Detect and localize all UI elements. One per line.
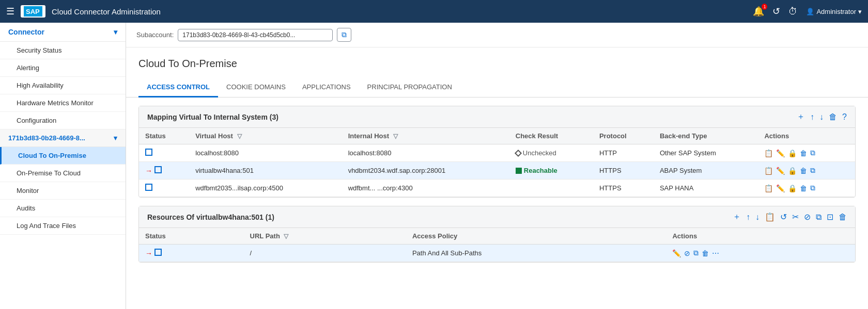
res-row1-edit-icon[interactable]: ✏️: [672, 249, 681, 257]
url-path-filter-icon[interactable]: ▽: [284, 233, 288, 240]
delete-mapping-icon[interactable]: 🗑: [829, 112, 837, 122]
row2-view-icon[interactable]: 📋: [764, 167, 773, 175]
tab-access-control[interactable]: ACCESS CONTROL: [138, 78, 218, 97]
row3-check-result: [509, 180, 593, 197]
sidebar-item-alerting[interactable]: Alerting: [0, 59, 126, 77]
resources-table-header-row: Status URL Path ▽ Access Policy Actions: [139, 228, 855, 245]
row1-delete-icon[interactable]: 🗑: [800, 149, 807, 157]
subaccount-input[interactable]: [178, 29, 333, 41]
row3-more-icon[interactable]: ⧉: [810, 184, 815, 192]
mapping-section-header: Mapping Virtual To Internal System (3) ＋…: [139, 106, 855, 128]
row2-internal-host: vhdbmt2034.wdf.sap.corp:28001: [342, 162, 509, 180]
upload-mapping-icon[interactable]: ↑: [810, 112, 814, 122]
res-row1-checkbox[interactable]: [154, 249, 162, 256]
sidebar-item-hardware-metrics[interactable]: Hardware Metrics Monitor: [0, 94, 126, 112]
virtual-host-filter-icon[interactable]: ▽: [237, 133, 242, 140]
row2-delete-icon[interactable]: 🗑: [800, 167, 807, 175]
res-row1-disable-icon[interactable]: ⊘: [684, 249, 690, 257]
sidebar-item-log-trace[interactable]: Log And Trace Files: [0, 217, 126, 235]
col-protocol: Protocol: [593, 128, 654, 144]
copy-resource-icon[interactable]: 📋: [765, 212, 775, 222]
row2-edit-icon[interactable]: ✏️: [776, 167, 785, 175]
add-resource-icon[interactable]: ＋: [733, 212, 741, 222]
res-col-url-path: URL Path ▽: [244, 228, 406, 245]
alerting-label: Alerting: [17, 64, 39, 72]
disable-resource-icon[interactable]: ⊘: [804, 212, 811, 222]
row2-checkbox[interactable]: [154, 166, 162, 173]
on-premise-to-cloud-label: On-Premise To Cloud: [17, 169, 81, 177]
resources-section: Resources Of virtualbw4hana:501 (1) ＋ ↑ …: [138, 206, 856, 263]
internal-host-filter-icon[interactable]: ▽: [393, 133, 398, 140]
help-mapping-icon[interactable]: ?: [842, 112, 847, 122]
tab-principal-propagation[interactable]: PRINCIPAL PROPAGATION: [359, 78, 460, 97]
connector-section-header[interactable]: Connector ▾: [0, 23, 126, 42]
configuration-label: Configuration: [17, 117, 56, 124]
row2-lock-icon[interactable]: 🔒: [788, 167, 797, 175]
sidebar-item-configuration[interactable]: Configuration: [0, 112, 126, 129]
row1-checkbox[interactable]: [145, 149, 152, 156]
col-backend-type: Back-end Type: [654, 128, 758, 144]
res-row1-url-path: /: [244, 245, 406, 262]
row1-lock-icon[interactable]: 🔒: [788, 149, 797, 157]
res-row1-delete-icon[interactable]: 🗑: [702, 249, 709, 257]
hamburger-menu[interactable]: ☰: [6, 6, 14, 17]
download-resource-icon[interactable]: ↓: [755, 213, 760, 222]
row3-view-icon[interactable]: 📋: [764, 184, 773, 192]
res-col-actions: Actions: [666, 228, 855, 245]
row3-edit-icon[interactable]: ✏️: [776, 184, 785, 192]
resources-table: Status URL Path ▽ Access Policy Actions …: [139, 228, 855, 262]
row1-action-buttons: 📋 ✏️ 🔒 🗑 ⧉: [764, 149, 849, 157]
subaccount-header[interactable]: 171b3d83-0b28-4669-8... ▾: [0, 129, 126, 147]
main-content: Subaccount: ⧉ Cloud To On-Premise ACCESS…: [126, 23, 868, 309]
delete-resource-icon[interactable]: 🗑: [839, 213, 847, 222]
row3-backend-type: SAP HANA: [654, 180, 758, 197]
upload-resource-icon[interactable]: ↑: [746, 213, 750, 222]
row3-lock-icon[interactable]: 🔒: [788, 184, 797, 192]
res-row1-copy-icon[interactable]: ⧉: [693, 249, 699, 257]
restore-resource-icon[interactable]: ↺: [780, 212, 787, 222]
row2-check-badge: Reachable: [516, 167, 587, 174]
admin-chevron-icon: ▾: [858, 8, 862, 15]
copy2-resource-icon[interactable]: ⧉: [816, 213, 822, 222]
row1-more-icon[interactable]: ⧉: [810, 149, 815, 157]
row3-delete-icon[interactable]: 🗑: [800, 184, 807, 192]
sidebar-item-high-availability[interactable]: High Availability: [0, 77, 126, 94]
copy-subaccount-button[interactable]: ⧉: [337, 28, 351, 42]
row3-protocol: HTTPS: [593, 180, 654, 197]
mapping-table-header-row: Status Virtual Host ▽ Internal Host ▽ Ch…: [139, 128, 855, 144]
sidebar-item-on-premise-to-cloud[interactable]: On-Premise To Cloud: [0, 165, 126, 182]
row3-action-buttons: 📋 ✏️ 🔒 🗑 ⧉: [764, 184, 849, 192]
mapping-section-actions: ＋ ↑ ↓ 🗑 ?: [797, 111, 847, 122]
res-row1-more-icon[interactable]: ⋯: [712, 249, 719, 257]
sidebar-item-monitor[interactable]: Monitor: [0, 182, 126, 200]
add-mapping-icon[interactable]: ＋: [797, 111, 805, 122]
sidebar-item-cloud-to-on-premise[interactable]: Cloud To On-Premise: [0, 147, 126, 165]
tab-applications[interactable]: APPLICATIONS: [294, 78, 359, 97]
col-virtual-host: Virtual Host ▽: [189, 128, 342, 144]
tabs-bar: ACCESS CONTROL COOKIE DOMAINS APPLICATIO…: [126, 78, 868, 97]
sap-logo: SAP: [21, 5, 45, 18]
top-header: ☰ SAP Cloud Connector Administration 🔔 1…: [0, 0, 868, 23]
download-mapping-icon[interactable]: ↓: [819, 112, 824, 122]
admin-menu[interactable]: 👤 Administrator ▾: [806, 8, 862, 15]
notification-icon[interactable]: 🔔 1: [753, 6, 764, 17]
table-row: → / Path And All Sub-Paths ✏️ ⊘ ⧉ 🗑: [139, 245, 855, 262]
main-layout: Connector ▾ Security Status Alerting Hig…: [0, 0, 868, 309]
copy3-resource-icon[interactable]: ⊡: [827, 212, 833, 222]
row1-edit-icon[interactable]: ✏️: [776, 149, 785, 157]
header-right: 🔔 1 ↺ ⏱ 👤 Administrator ▾: [753, 6, 862, 17]
row1-protocol: HTTP: [593, 144, 654, 162]
row1-view-icon[interactable]: 📋: [764, 149, 773, 157]
row3-checkbox[interactable]: [145, 184, 152, 191]
res-col-status: Status: [139, 228, 244, 245]
table-row: → virtualbw4hana:501 vhdbmt2034.wdf.sap.…: [139, 162, 855, 180]
row2-more-icon[interactable]: ⧉: [810, 166, 815, 175]
row2-action-buttons: 📋 ✏️ 🔒 🗑 ⧉: [764, 166, 849, 175]
history-icon[interactable]: ⏱: [788, 6, 798, 17]
tab-cookie-domains[interactable]: COOKIE DOMAINS: [218, 78, 294, 97]
sidebar-item-security-status[interactable]: Security Status: [0, 42, 126, 59]
refresh-icon[interactable]: ↺: [772, 6, 780, 17]
tools-resource-icon[interactable]: ✂: [792, 212, 799, 222]
page-title: Cloud To On-Premise: [138, 58, 856, 70]
sidebar-item-audits[interactable]: Audits: [0, 200, 126, 217]
